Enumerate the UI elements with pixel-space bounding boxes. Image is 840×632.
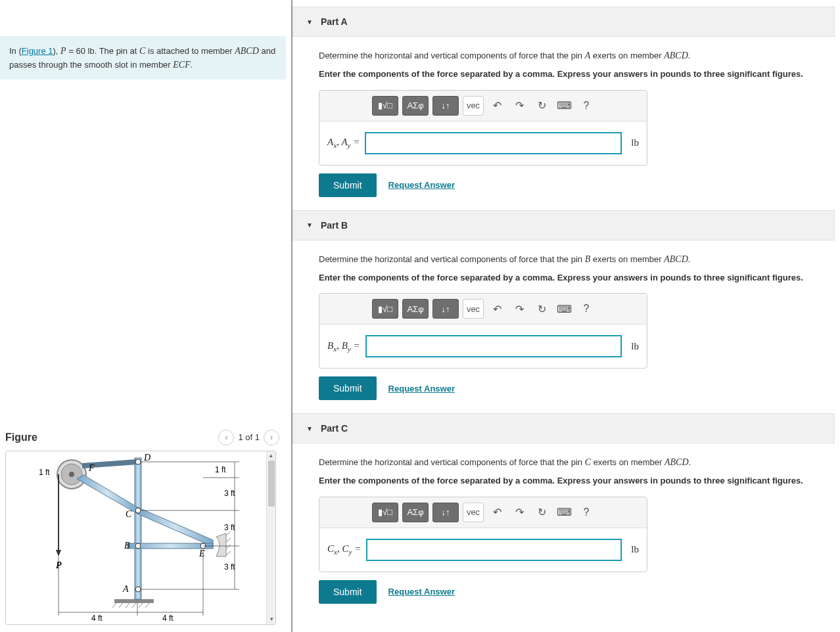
svg-line-1 — [112, 603, 116, 608]
scroll-down-icon[interactable]: ▾ — [268, 615, 275, 623]
svg-text:C: C — [126, 509, 132, 519]
vec-button[interactable]: vec — [463, 96, 484, 116]
var-C: C — [139, 46, 145, 56]
redo-button[interactable]: ↷ — [510, 299, 528, 319]
undo-button[interactable]: ↶ — [488, 96, 506, 116]
subscript-button[interactable]: ↓↑ — [432, 299, 459, 319]
part-b-submit-button[interactable]: Submit — [319, 376, 377, 400]
svg-point-22 — [135, 508, 141, 513]
var-P: P — [60, 46, 66, 56]
part-c-request-answer-link[interactable]: Request Answer — [388, 587, 455, 597]
part-b-answer-box: ▮√□ ΑΣφ ↓↑ vec ↶ ↷ ↻ ⌨ ? Bx, By = lb — [319, 293, 647, 369]
redo-button[interactable]: ↷ — [510, 503, 528, 522]
text: ), — [53, 46, 61, 56]
text: . The pin at — [95, 46, 139, 56]
templates-button[interactable]: ▮√□ — [372, 96, 398, 116]
templates-button[interactable]: ▮√□ — [372, 299, 398, 319]
svg-text:D: D — [143, 453, 151, 463]
help-button[interactable]: ? — [577, 503, 595, 522]
svg-point-24 — [135, 587, 141, 592]
svg-line-9 — [226, 545, 231, 549]
part-b-request-answer-link[interactable]: Request Answer — [388, 384, 455, 394]
part-a-answer-box: ▮√□ ΑΣφ ↓↑ vec ↶ ↷ ↻ ⌨ ? Ax, Ay = lb — [319, 90, 647, 166]
part-a-submit-button[interactable]: Submit — [319, 173, 377, 197]
vec-button[interactable]: vec — [463, 503, 484, 522]
part-b-header[interactable]: ▼ Part B — [292, 210, 835, 240]
templates-button[interactable]: ▮√□ — [372, 503, 398, 522]
part-c-answer-box: ▮√□ ΑΣφ ↓↑ vec ↶ ↷ ↻ ⌨ ? Cx, Cy = lb — [319, 497, 647, 572]
svg-text:A: A — [122, 584, 129, 594]
part-a-answer-input[interactable] — [365, 132, 622, 154]
figure-nav: ‹ 1 of 1 › — [218, 430, 279, 445]
part-b-answer-input[interactable] — [365, 335, 622, 357]
svg-point-21 — [135, 459, 141, 464]
svg-point-23 — [135, 543, 141, 549]
part-a-description: Determine the horizontal and vertical co… — [319, 49, 827, 62]
text: = 60 — [66, 46, 88, 56]
part-b-unit: lb — [631, 341, 639, 352]
svg-rect-0 — [114, 599, 154, 603]
keyboard-button[interactable]: ⌨ — [555, 299, 573, 319]
part-c-submit-button[interactable]: Submit — [319, 580, 377, 604]
keyboard-button[interactable]: ⌨ — [555, 503, 573, 522]
svg-text:E: E — [198, 549, 205, 558]
text: . — [191, 60, 193, 70]
formula-toolbar: ▮√□ ΑΣφ ↓↑ vec ↶ ↷ ↻ ⌨ ? — [319, 294, 647, 325]
svg-text:4 ft: 4 ft — [162, 614, 174, 623]
scroll-thumb[interactable] — [268, 461, 275, 507]
figure-section: Figure ‹ 1 of 1 › — [0, 430, 291, 633]
svg-text:1 ft: 1 ft — [215, 465, 226, 474]
member-ABCD: ABCD — [235, 46, 259, 56]
svg-text:3 ft: 3 ft — [224, 523, 235, 532]
part-c-header[interactable]: ▼ Part C — [292, 413, 835, 443]
part-a-unit: lb — [631, 137, 639, 148]
part-a-request-answer-link[interactable]: Request Answer — [388, 180, 455, 190]
collapse-icon: ▼ — [306, 18, 313, 26]
part-c-unit: lb — [631, 544, 639, 555]
figure-link[interactable]: Figure 1 — [22, 46, 53, 56]
part-c-title: Part C — [321, 423, 348, 434]
part-c-answer-input[interactable] — [366, 539, 622, 561]
subscript-button[interactable]: ↓↑ — [432, 503, 459, 522]
text: is attached to member — [145, 46, 235, 56]
scroll-up-icon[interactable]: ▴ — [268, 451, 275, 459]
svg-line-3 — [126, 603, 129, 608]
reset-button[interactable]: ↻ — [532, 503, 551, 522]
part-b-title: Part B — [321, 220, 348, 231]
svg-point-14 — [69, 472, 74, 477]
svg-text:F: F — [88, 463, 95, 473]
keyboard-button[interactable]: ⌨ — [555, 96, 573, 116]
figure-scrollbar[interactable]: ▴ ▾ — [266, 451, 275, 624]
vec-button[interactable]: vec — [463, 299, 484, 319]
part-a-instructions: Enter the components of the force separa… — [319, 68, 827, 81]
part-a-header[interactable]: ▼ Part A — [292, 7, 835, 37]
undo-button[interactable]: ↶ — [488, 299, 506, 319]
reset-button[interactable]: ↻ — [532, 299, 551, 319]
reset-button[interactable]: ↻ — [532, 96, 551, 116]
help-button[interactable]: ? — [577, 96, 595, 116]
member-ECF: ECF — [173, 60, 190, 70]
redo-button[interactable]: ↷ — [510, 96, 528, 116]
problem-statement: In (Figure 1), P = 60 lb. The pin at C i… — [0, 36, 286, 79]
greek-button[interactable]: ΑΣφ — [402, 96, 429, 116]
figure-counter: 1 of 1 — [238, 432, 260, 442]
part-c-var-label: Cx, Cy = — [327, 543, 361, 556]
help-button[interactable]: ? — [577, 299, 595, 319]
part-c: ▼ Part C Determine the horizontal and ve… — [292, 413, 840, 610]
figure-prev-button[interactable]: ‹ — [218, 430, 234, 445]
part-b-description: Determine the horizontal and vertical co… — [319, 252, 827, 266]
subscript-button[interactable]: ↓↑ — [432, 96, 459, 116]
greek-button[interactable]: ΑΣφ — [402, 503, 429, 522]
collapse-icon: ▼ — [306, 425, 313, 432]
svg-text:1 ft: 1 ft — [39, 468, 50, 477]
greek-button[interactable]: ΑΣφ — [402, 299, 429, 319]
part-b-instructions: Enter the components of the force separa… — [319, 271, 827, 284]
svg-rect-11 — [135, 458, 141, 599]
svg-text:P: P — [56, 560, 62, 570]
text: In ( — [9, 46, 22, 56]
figure-next-button[interactable]: › — [264, 430, 279, 445]
provide-feedback-link[interactable]: Provide Feedback — [298, 630, 367, 633]
unit: lb — [88, 46, 95, 56]
part-b-var-label: Bx, By = — [327, 340, 360, 353]
undo-button[interactable]: ↶ — [488, 503, 506, 522]
